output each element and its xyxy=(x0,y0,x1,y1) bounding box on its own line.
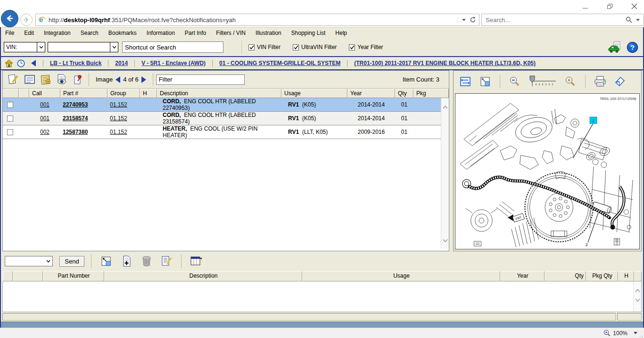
address-bar[interactable]: e http://desktop-l09qrhf:351/PQMace/root… xyxy=(35,14,479,26)
scroll-down-icon[interactable] xyxy=(443,237,448,244)
header-qty[interactable]: Qty xyxy=(545,271,586,281)
print-illustration-button[interactable] xyxy=(592,74,608,89)
vehicle-report-icon[interactable] xyxy=(608,41,622,53)
row-checkbox[interactable] xyxy=(7,129,13,135)
call-link[interactable]: 001 xyxy=(40,115,50,122)
breadcrumb-illustration[interactable]: (TR01-100) 2011-2017 RV1 ENGINE BLOCK HE… xyxy=(354,60,536,66)
header-usage[interactable]: Usage xyxy=(281,89,347,98)
breadcrumb-year[interactable]: 2014 xyxy=(115,60,128,66)
send-illustration-button[interactable] xyxy=(612,74,628,89)
group-link[interactable]: 01.152 xyxy=(110,101,127,108)
group-link[interactable]: 01.152 xyxy=(110,115,127,122)
header-part-number[interactable]: Part Number xyxy=(43,271,104,281)
history-clock-icon[interactable] xyxy=(17,59,25,67)
part-number-link[interactable]: 12587380 xyxy=(63,129,88,135)
table-row[interactable]: 002 12587380 01.152 HEATER, ENG COOL (US… xyxy=(3,125,441,139)
menu-illustration[interactable]: Illustration xyxy=(256,30,281,36)
header-pkg[interactable]: Pkg xyxy=(413,89,449,98)
call-link[interactable]: 001 xyxy=(40,101,50,108)
search-icon[interactable] xyxy=(626,16,632,23)
next-image-button[interactable] xyxy=(141,76,146,83)
header-part-number[interactable]: Part # xyxy=(60,89,107,98)
preview-button[interactable] xyxy=(54,73,70,87)
menu-filters-vin[interactable]: Filters / VIN xyxy=(216,30,246,36)
scroll-up-icon[interactable] xyxy=(443,104,448,110)
vin-mode-select[interactable]: VIN: xyxy=(4,42,45,52)
forward-button[interactable] xyxy=(20,14,33,26)
table-row[interactable]: 001 22740953 01.152 CORD, ENG COOL HTR (… xyxy=(3,98,441,112)
header-h[interactable]: H xyxy=(618,271,634,281)
notes-edit-button[interactable] xyxy=(6,73,22,87)
header-description[interactable]: Description xyxy=(104,271,302,281)
close-button[interactable] xyxy=(628,2,640,11)
browser-search-box[interactable] xyxy=(481,14,644,26)
home-icon[interactable] xyxy=(5,59,13,67)
parts-scrollbar[interactable] xyxy=(441,98,449,248)
zoom-out-button[interactable] xyxy=(507,74,523,89)
header-qty[interactable]: Qty xyxy=(395,89,413,98)
breadcrumb-back-icon[interactable] xyxy=(31,59,36,67)
search-dropdown-icon[interactable] xyxy=(636,19,640,21)
browser-zoom-control[interactable]: 100% xyxy=(603,330,637,337)
callout-2-label[interactable]: 2 xyxy=(586,242,588,247)
list-view-button[interactable] xyxy=(22,73,38,87)
breadcrumb-make[interactable]: LB - Lt Truck Buick xyxy=(50,60,101,66)
send-target-select[interactable] xyxy=(5,256,53,266)
add-item-button[interactable] xyxy=(119,254,135,268)
call-link[interactable]: 002 xyxy=(40,129,50,135)
illustration-sheet[interactable]: FRT 1 2 TR01-100 07/17/2006 xyxy=(455,93,640,249)
parts-pad-button[interactable] xyxy=(38,73,54,87)
menu-information[interactable]: Information xyxy=(147,30,175,36)
header-pkg-qty[interactable]: Pkg Qty xyxy=(586,271,618,281)
menu-integration[interactable]: Integration xyxy=(44,30,71,36)
row-checkbox[interactable] xyxy=(7,115,13,122)
menu-bookmarks[interactable]: Bookmarks xyxy=(108,30,137,36)
back-button[interactable] xyxy=(1,10,18,27)
fit-width-button[interactable] xyxy=(457,74,473,89)
header-group[interactable]: Group xyxy=(107,89,140,98)
menu-edit[interactable]: Edit xyxy=(24,30,34,36)
zoom-slider-handle[interactable] xyxy=(530,76,535,82)
vin-filter-checkbox[interactable]: VIN Filter xyxy=(248,44,281,50)
zoom-in-button[interactable] xyxy=(562,74,578,89)
menu-search[interactable]: Search xyxy=(81,30,99,36)
address-dropdown-icon[interactable] xyxy=(462,19,466,21)
table-row[interactable]: 001 23158574 01.152 CORD, ENG COOL HTR (… xyxy=(3,112,441,125)
header-usage[interactable]: Usage xyxy=(302,271,500,281)
fit-page-button[interactable] xyxy=(477,74,493,89)
group-link[interactable]: 01.152 xyxy=(110,129,127,135)
shortcut-search-input[interactable] xyxy=(122,41,223,53)
vin-value-select[interactable] xyxy=(48,42,118,52)
resize-panel-button[interactable] xyxy=(98,254,114,268)
header-h[interactable]: H xyxy=(140,89,157,98)
menu-shopping-list[interactable]: Shopping List xyxy=(291,30,326,36)
part-number-link[interactable]: 23158574 xyxy=(63,115,88,122)
pin-note-button[interactable] xyxy=(70,73,86,87)
breadcrumb-model[interactable]: V - 5R1 - Enclave (AWD) xyxy=(141,60,206,66)
menu-file[interactable]: File xyxy=(5,30,14,36)
header-year[interactable]: Year xyxy=(500,271,545,281)
part-number-link[interactable]: 22740953 xyxy=(63,101,88,108)
edit-item-button[interactable] xyxy=(158,254,174,268)
browser-search-input[interactable] xyxy=(486,16,626,24)
header-year[interactable]: Year xyxy=(347,89,395,98)
breadcrumb-section[interactable]: 01 - COOLING SYSTEM-GRILLE-OIL SYSTEM xyxy=(219,60,340,66)
minimize-button[interactable] xyxy=(579,2,591,11)
delete-item-button[interactable] xyxy=(139,254,155,268)
year-filter-checkbox[interactable]: Year Filter xyxy=(349,44,383,50)
zoom-slider[interactable] xyxy=(527,75,559,88)
row-checkbox[interactable] xyxy=(7,102,13,108)
send-button[interactable]: Send xyxy=(59,256,84,267)
resize-grip[interactable] xyxy=(642,336,643,337)
shopping-list-scrollbar[interactable] xyxy=(633,281,641,312)
header-description[interactable]: Description xyxy=(157,89,281,98)
help-icon[interactable]: ? xyxy=(627,41,638,53)
panel-splitter[interactable] xyxy=(449,70,453,251)
refresh-icon[interactable] xyxy=(470,16,476,23)
ultravin-filter-checkbox[interactable]: UltraVIN Filter xyxy=(293,44,337,50)
header-call[interactable]: Call xyxy=(29,89,60,98)
previous-image-button[interactable] xyxy=(116,76,120,83)
parts-filter-input[interactable] xyxy=(156,74,245,85)
restore-button[interactable] xyxy=(603,2,616,11)
scroll-up-icon[interactable] xyxy=(635,287,640,294)
